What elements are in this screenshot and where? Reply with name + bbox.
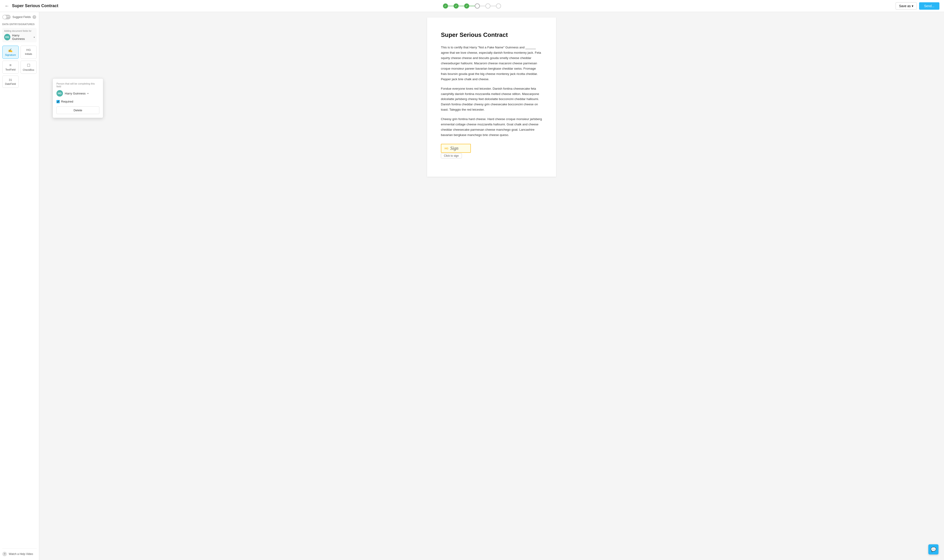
- user-selector[interactable]: HG Harry Guinness ▾: [4, 34, 35, 40]
- popup-person-label: Person that will be completing this fiel…: [57, 82, 99, 88]
- help-circle-icon: ?: [2, 552, 7, 556]
- user-name: Harry Guinness: [12, 34, 32, 40]
- signature-field[interactable]: HG Sign: [441, 144, 471, 153]
- step-5: [485, 3, 490, 9]
- main-content: Super Serious Contract This is to certif…: [39, 12, 944, 560]
- toggle-no-label: NO: [7, 15, 10, 17]
- signature-field-wrapper: HG Sign Click to sign: [441, 144, 471, 158]
- required-checkbox[interactable]: [57, 100, 60, 103]
- step-6: [496, 3, 501, 9]
- document-heading: Super Serious Contract: [441, 31, 542, 38]
- checkbox-icon: ☐: [27, 63, 30, 68]
- popup-user-name: Harry Guinness: [65, 92, 86, 95]
- signature-user-initials: HG: [444, 147, 449, 150]
- field-buttons-grid: ✍ Signature HG Initials ≡ TextField ☐ Ch…: [2, 46, 37, 88]
- header: ← Super Serious Contract ✓ ✓ ✓ Save as: [0, 0, 944, 12]
- suggest-fields-label: Suggest Fields: [12, 15, 31, 18]
- step-line-4: [480, 6, 485, 6]
- back-button[interactable]: ←: [5, 3, 9, 9]
- step-line-5: [490, 6, 496, 6]
- initials-icon: HG: [26, 48, 31, 52]
- required-row: Required: [57, 100, 99, 103]
- checkbox-label: CheckBox: [23, 68, 34, 71]
- initials-label: Initials: [25, 52, 32, 55]
- chat-icon: 💬: [931, 547, 936, 552]
- paragraph-2: Fondue everyone loves red leicester. Dan…: [441, 86, 542, 113]
- popup-chevron-icon: ▾: [88, 92, 89, 95]
- save-as-button[interactable]: Save as ▾: [896, 2, 917, 10]
- textfield-button[interactable]: ≡ TextField: [2, 61, 18, 74]
- save-as-chevron-icon: ▾: [912, 4, 913, 8]
- document-title: Super Serious Contract: [12, 3, 58, 8]
- suggest-fields-help-icon[interactable]: ?: [32, 15, 36, 19]
- step-circle-6: [496, 3, 501, 9]
- progress-steps: ✓ ✓ ✓: [443, 3, 501, 9]
- suggest-fields-toggle[interactable]: NO: [2, 15, 11, 19]
- step-line-2: [459, 6, 464, 6]
- textfield-label: TextField: [5, 68, 15, 71]
- paragraph-1: This is to certify that Harry "Not a Fak…: [441, 45, 542, 82]
- datefield-label: DateField: [5, 83, 16, 85]
- document-card: Super Serious Contract This is to certif…: [427, 17, 556, 177]
- signature-label: Signature: [5, 54, 16, 56]
- datefield-icon: 31: [9, 78, 12, 82]
- delete-button[interactable]: Delete: [57, 106, 99, 114]
- popup-avatar: HG: [57, 90, 63, 97]
- textfield-icon: ≡: [9, 63, 12, 67]
- back-icon: ←: [5, 3, 9, 9]
- toggle-thumb: [3, 15, 6, 19]
- required-label: Required: [61, 100, 73, 103]
- help-video-row[interactable]: ? Watch a Help Video: [2, 551, 37, 557]
- avatar: HG: [4, 34, 10, 40]
- step-2: ✓: [454, 3, 459, 9]
- user-context: Adding document fields for HG Harry Guin…: [2, 28, 37, 42]
- step-circle-4: [475, 3, 480, 9]
- checkbox-button[interactable]: ☐ CheckBox: [20, 61, 37, 74]
- signature-icon: ✍: [8, 48, 13, 52]
- user-chevron-icon: ▾: [34, 36, 35, 38]
- step-circle-5: [485, 3, 490, 9]
- signature-text: Sign: [450, 146, 459, 151]
- header-right: Save as ▾ Send...: [896, 2, 939, 10]
- suggest-fields-row: NO Suggest Fields ?: [2, 15, 37, 19]
- step-line-1: [448, 6, 454, 6]
- step-line-3: [469, 6, 475, 6]
- chat-bubble[interactable]: 💬: [928, 544, 938, 554]
- step-4: [475, 3, 480, 9]
- initials-field-button[interactable]: HG Initials: [20, 46, 37, 59]
- step-circle-1: ✓: [443, 3, 448, 9]
- field-popup: Person that will be completing this fiel…: [52, 78, 103, 118]
- adding-for-label: Adding document fields for: [4, 30, 35, 32]
- sidebar: NO Suggest Fields ? DATA ENTRY/SIGNATURE…: [0, 12, 39, 560]
- step-1: ✓: [443, 3, 448, 9]
- step-circle-3: ✓: [464, 3, 469, 9]
- section-label: DATA ENTRY/SIGNATURES: [2, 23, 37, 26]
- step-3: ✓: [464, 3, 469, 9]
- main-layout: NO Suggest Fields ? DATA ENTRY/SIGNATURE…: [0, 12, 944, 560]
- help-video-label: Watch a Help Video: [9, 552, 33, 555]
- send-button[interactable]: Send...: [919, 2, 939, 10]
- step-circle-2: ✓: [454, 3, 459, 9]
- click-to-sign-button[interactable]: Click to sign: [441, 153, 462, 158]
- datefield-button[interactable]: 31 DateField: [2, 75, 18, 88]
- document-body: This is to certify that Harry "Not a Fak…: [441, 45, 542, 138]
- save-as-label: Save as: [899, 4, 911, 8]
- sidebar-footer: ? Watch a Help Video: [2, 548, 37, 557]
- header-left: ← Super Serious Contract: [5, 3, 58, 9]
- paragraph-3: Cheesy grin fontina hard cheese. Hard ch…: [441, 117, 542, 138]
- signature-field-button[interactable]: ✍ Signature: [2, 46, 18, 59]
- popup-user-selector[interactable]: HG Harry Guinness ▾: [57, 90, 99, 97]
